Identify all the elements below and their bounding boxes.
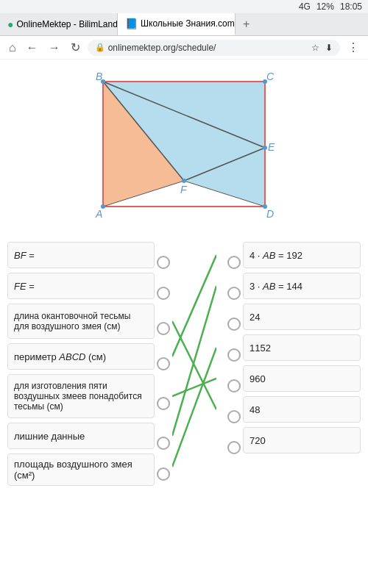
- dot-e: [263, 146, 267, 150]
- battery-indicator: 12%: [316, 1, 334, 12]
- circle-l1[interactable]: [157, 256, 170, 269]
- home-icon[interactable]: ⌂: [6, 40, 19, 56]
- right-text-r4: 1152: [250, 343, 271, 354]
- circle-l7[interactable]: [157, 467, 170, 481]
- right-item-r5: 960: [243, 365, 361, 392]
- right-column: 4 · AB = 192 3 · AB = 144 24 1152 960 48…: [243, 242, 361, 453]
- circle-l6[interactable]: [157, 437, 170, 450]
- left-text-fe: FE =: [14, 281, 35, 292]
- new-tab-button[interactable]: +: [236, 13, 257, 35]
- right-text-r6: 48: [250, 404, 260, 415]
- connection-lines: [172, 242, 216, 477]
- circle-r3[interactable]: [227, 318, 241, 331]
- left-item-area: площадь воздушного змея (см²): [7, 453, 155, 486]
- url-text: onlinemektep.org/schedule/: [108, 43, 216, 53]
- left-text-ribbon: длина окантовочной тесьмы для воздушного…: [14, 311, 148, 331]
- circle-r5[interactable]: [227, 379, 241, 392]
- right-item-r6: 48: [243, 396, 361, 423]
- lock-icon: 🔒: [95, 43, 105, 52]
- circle-r7[interactable]: [227, 441, 241, 454]
- tab-label-2: Школьные Знания.com: [141, 18, 235, 29]
- left-text-bf: BF =: [14, 250, 35, 261]
- tabs-bar: ● OnlineMektep - BilimLand ✕ 📘 Школьные …: [0, 13, 368, 36]
- time-display: 18:05: [340, 1, 362, 12]
- dot-c: [263, 79, 267, 84]
- geometry-figure: B C A D E F: [81, 67, 287, 229]
- right-item-r4: 1152: [243, 334, 361, 361]
- address-bar[interactable]: 🔒 onlinemektep.org/schedule/ ☆ ⬇: [88, 40, 340, 56]
- download-icon[interactable]: ⬇: [325, 43, 333, 53]
- nav-bar: ⌂ ← → ↻ 🔒 onlinemektep.org/schedule/ ☆ ⬇…: [0, 36, 368, 60]
- left-item-perimeter: периметр ABCD (см): [7, 343, 155, 370]
- right-text-r1: 4 · AB = 192: [250, 250, 302, 261]
- left-item-fe: FE =: [7, 273, 155, 299]
- right-item-r3: 24: [243, 304, 361, 330]
- circle-r2[interactable]: [227, 287, 241, 300]
- menu-icon[interactable]: ⋮: [344, 39, 362, 56]
- label-e: E: [268, 141, 275, 153]
- tab-onlinemektep[interactable]: ● OnlineMektep - BilimLand ✕: [0, 13, 118, 35]
- right-item-r2: 3 · AB = 144: [243, 273, 361, 299]
- dot-f: [182, 179, 186, 183]
- dot-d: [263, 204, 267, 209]
- label-f: F: [180, 184, 188, 196]
- signal-indicator: 4G: [299, 1, 311, 12]
- dot-a: [101, 204, 105, 209]
- left-item-extra: лишние данные: [7, 423, 155, 449]
- line-l6-r2: [172, 286, 216, 436]
- left-text-five-kites: для изготовления пяти воздушных змеев по…: [14, 381, 148, 412]
- right-item-r7: 720: [243, 427, 361, 453]
- left-circles: [155, 242, 172, 487]
- right-text-r7: 720: [250, 435, 266, 446]
- figure-area: B C A D E F: [0, 60, 368, 236]
- tab-icon-2: 📘: [125, 18, 138, 29]
- left-text-extra: лишние данные: [14, 431, 85, 442]
- right-circles: [225, 242, 243, 461]
- label-d: D: [266, 208, 274, 220]
- left-column: BF = FE = длина окантовочной тесьмы для …: [7, 242, 155, 486]
- status-bar: 4G 12% 18:05: [0, 0, 368, 13]
- tab-label: OnlineMektep - BilimLand: [16, 19, 117, 29]
- content-area: B C A D E F BF = FE = длина окантово: [0, 60, 368, 493]
- line-l5-r5: [172, 379, 216, 396]
- matching-exercise: BF = FE = длина окантовочной тесьмы для …: [0, 236, 368, 493]
- label-a: A: [95, 208, 102, 220]
- right-text-r2: 3 · AB = 144: [250, 281, 302, 292]
- reload-icon[interactable]: ↻: [68, 39, 83, 56]
- lines-area: [172, 242, 225, 479]
- right-item-r1: 4 · AB = 192: [243, 242, 361, 268]
- left-item-five-kites: для изготовления пяти воздушных змеев по…: [7, 374, 155, 418]
- star-icon[interactable]: ☆: [311, 43, 319, 53]
- forward-icon[interactable]: →: [46, 40, 63, 56]
- left-text-area: площадь воздушного змея (см²): [14, 459, 148, 481]
- right-text-r3: 24: [250, 312, 260, 323]
- dot-b: [101, 79, 105, 84]
- circle-l4[interactable]: [157, 357, 170, 370]
- circle-r1[interactable]: [227, 256, 241, 269]
- left-text-perimeter: периметр ABCD (см): [14, 351, 106, 362]
- left-item-bf: BF =: [7, 242, 155, 268]
- circle-l5[interactable]: [157, 397, 170, 410]
- back-icon[interactable]: ←: [24, 40, 41, 56]
- label-c: C: [266, 71, 275, 82]
- circle-l2[interactable]: [157, 287, 170, 300]
- circle-l3[interactable]: [157, 322, 170, 335]
- circle-r4[interactable]: [227, 348, 241, 362]
- tab-icon: ●: [7, 18, 13, 30]
- tab-shkolnye[interactable]: 📘 Школьные Знания.com ✕: [118, 13, 236, 35]
- left-item-ribbon: длина окантовочной тесьмы для воздушного…: [7, 304, 155, 339]
- right-text-r5: 960: [250, 373, 266, 384]
- circle-r6[interactable]: [227, 410, 241, 423]
